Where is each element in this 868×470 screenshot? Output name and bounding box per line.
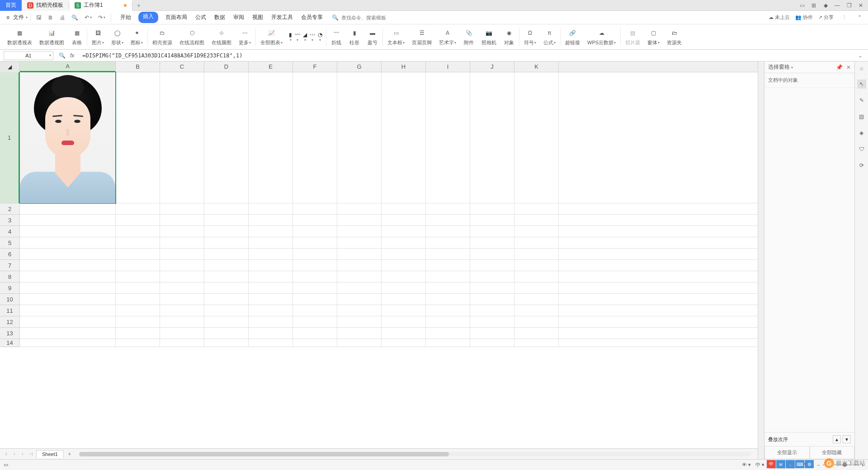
col-header-A[interactable]: A: [20, 61, 116, 72]
cell-B5[interactable]: [116, 237, 160, 249]
cell-C2[interactable]: [160, 203, 204, 215]
row-header-6[interactable]: 6: [0, 249, 19, 260]
save-as-icon[interactable]: 🗎: [45, 13, 56, 23]
ribbon-pivot-chart[interactable]: 📊数据透视图: [36, 24, 68, 49]
cell-H4[interactable]: [382, 226, 426, 237]
cell-A6[interactable]: [20, 249, 116, 260]
protect-tool-icon[interactable]: 🛡: [857, 145, 866, 154]
cell-K12[interactable]: [514, 316, 559, 328]
row-header-13[interactable]: 13: [0, 328, 19, 339]
cell-B14[interactable]: [116, 339, 160, 347]
ribbon-form[interactable]: ▢窗体▾: [644, 24, 663, 49]
cell-H11[interactable]: [382, 305, 426, 316]
cell-E14[interactable]: [249, 339, 293, 347]
menu-tab-insert[interactable]: 插入: [138, 12, 158, 23]
cell-I1[interactable]: [426, 72, 470, 203]
cell-E12[interactable]: [249, 316, 293, 328]
cell-F4[interactable]: [293, 226, 337, 237]
cell-K4[interactable]: [514, 226, 559, 237]
cell-J3[interactable]: [470, 215, 514, 226]
ribbon-winloss[interactable]: ▬盈亏: [363, 24, 382, 49]
sheet-next-button[interactable]: ›: [19, 451, 26, 456]
ribbon-slicer[interactable]: ▤切片器: [622, 24, 644, 49]
hide-all-button[interactable]: 全部隐藏: [810, 446, 855, 459]
name-box[interactable]: A1 ▾: [4, 51, 53, 60]
cell-E9[interactable]: [249, 282, 293, 294]
file-menu[interactable]: 文件 ▾: [13, 14, 28, 21]
col-header-D[interactable]: D: [204, 61, 249, 72]
cell-H10[interactable]: [382, 294, 426, 305]
cell-K8[interactable]: [514, 271, 559, 282]
cell-J8[interactable]: [470, 271, 514, 282]
cell-B3[interactable]: [116, 215, 160, 226]
cell-C7[interactable]: [160, 260, 204, 271]
row-header-14[interactable]: 14: [0, 339, 19, 347]
ime-mode-icon[interactable]: w: [776, 460, 785, 468]
cell-G13[interactable]: [337, 328, 382, 339]
hscroll-thumb[interactable]: [79, 452, 449, 456]
tab-workbook[interactable]: S 工作簿1: [69, 0, 132, 11]
cell-B8[interactable]: [116, 271, 160, 282]
cell-E5[interactable]: [249, 237, 293, 249]
row-header-2[interactable]: 2: [0, 203, 19, 215]
cell-I11[interactable]: [426, 305, 470, 316]
tab-add-button[interactable]: +: [132, 2, 145, 9]
cell-K11[interactable]: [514, 305, 559, 316]
cell-D4[interactable]: [204, 226, 249, 237]
cell-I7[interactable]: [426, 260, 470, 271]
select-tool-icon[interactable]: ↖: [857, 80, 866, 89]
cell-H1[interactable]: [382, 72, 426, 203]
ime-settings-icon[interactable]: ⚙: [805, 460, 814, 468]
ribbon-bar[interactable]: ▮柱形: [345, 24, 363, 49]
cell-F13[interactable]: [293, 328, 337, 339]
cell-G6[interactable]: [337, 249, 382, 260]
cell-F12[interactable]: [293, 316, 337, 328]
send-backward-button[interactable]: ▼: [843, 435, 851, 443]
col-header-I[interactable]: I: [426, 61, 470, 72]
cell-C13[interactable]: [160, 328, 204, 339]
maximize-button[interactable]: ❐: [844, 1, 854, 10]
cell-J12[interactable]: [470, 316, 514, 328]
cell-K1[interactable]: [514, 72, 559, 203]
right-toolbar-handle-icon[interactable]: ≡: [859, 65, 863, 72]
cell-J7[interactable]: [470, 260, 514, 271]
col-header-J[interactable]: J: [470, 61, 514, 72]
cell-A8[interactable]: [20, 271, 116, 282]
menu-tab-formula[interactable]: 公式: [194, 12, 207, 23]
sheet-first-button[interactable]: ⊦: [3, 451, 10, 456]
more-menu-icon[interactable]: ⋮: [839, 13, 849, 22]
select-all-corner[interactable]: ◢: [0, 61, 20, 72]
filter-tool-icon[interactable]: ▤: [857, 112, 866, 121]
row-header-9[interactable]: 9: [0, 282, 19, 294]
ribbon-all-charts[interactable]: 📈全部图表▾: [257, 24, 286, 49]
col-header-H[interactable]: H: [382, 61, 426, 72]
cell-B1[interactable]: [116, 72, 160, 203]
cell-H13[interactable]: [382, 328, 426, 339]
cell-K9[interactable]: [514, 282, 559, 294]
cell-C4[interactable]: [160, 226, 204, 237]
cell-H2[interactable]: [382, 203, 426, 215]
cell-E4[interactable]: [249, 226, 293, 237]
cell-F10[interactable]: [293, 294, 337, 305]
cell-D7[interactable]: [204, 260, 249, 271]
reading-layout-icon[interactable]: ▭: [797, 1, 807, 10]
cell-B2[interactable]: [116, 203, 160, 215]
ribbon-resfolder[interactable]: 🗁资源夹: [663, 24, 685, 49]
cell-A11[interactable]: [20, 305, 116, 316]
cell-F5[interactable]: [293, 237, 337, 249]
cell-F6[interactable]: [293, 249, 337, 260]
cell-H6[interactable]: [382, 249, 426, 260]
menu-tab-data[interactable]: 数据: [213, 12, 226, 23]
cell-B10[interactable]: [116, 294, 160, 305]
cell-E13[interactable]: [249, 328, 293, 339]
embedded-image[interactable]: 🔍: [20, 72, 115, 203]
cell-B13[interactable]: [116, 328, 160, 339]
cell-K2[interactable]: [514, 203, 559, 215]
row-header-8[interactable]: 8: [0, 271, 19, 282]
cell-K7[interactable]: [514, 260, 559, 271]
cell-A5[interactable]: [20, 237, 116, 249]
chart-type-2[interactable]: 〰▾: [295, 32, 300, 42]
menu-tab-member[interactable]: 会员专享: [300, 12, 324, 23]
cell-F7[interactable]: [293, 260, 337, 271]
cell-E3[interactable]: [249, 215, 293, 226]
